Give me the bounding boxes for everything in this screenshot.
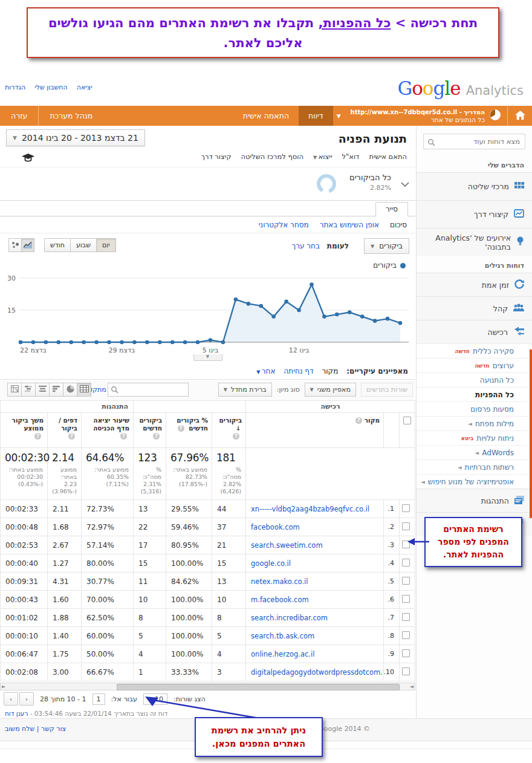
row-checkbox[interactable] (402, 667, 410, 675)
sidebar-subitem-אופטימיזציה של מנוע חיפוש[interactable]: אופטימיזציה של מנוע חיפוש◄ (417, 474, 532, 489)
source-link[interactable]: netex.mako.co.il (246, 573, 384, 591)
col-pct-new[interactable]: % ביקורים חדשים ? (166, 413, 212, 448)
nav-help[interactable]: עזרה (0, 106, 38, 126)
view-button-table-icon[interactable] (77, 383, 91, 397)
segment-all-visits[interactable]: כל הביקורים 2.82% (349, 173, 391, 192)
subtab-מסחר אלקטרוני[interactable]: מסחר אלקטרוני (259, 221, 309, 229)
metric-selector[interactable]: ביקורים▼ (364, 238, 409, 254)
sidebar-search[interactable] (423, 134, 525, 149)
chevron-down-icon[interactable] (401, 178, 409, 190)
granularity-שבוע[interactable]: שבוע (70, 238, 97, 252)
col-source[interactable]: מקור? (246, 413, 384, 448)
nav-admin[interactable]: מנהל מערכת (39, 106, 103, 126)
granularity-חודש[interactable]: חודש (44, 238, 71, 252)
view-button-performance-icon[interactable] (49, 383, 63, 397)
source-link[interactable]: xn-----vldbq2aag4bzab9eqfvc.co.il (246, 500, 384, 518)
goto-page-input[interactable]: 1 (92, 693, 105, 705)
sidebar-subitem-סקירה כללית[interactable]: סקירה כלליתחדשה (417, 343, 532, 358)
sidebar-subitem-כל ההפניות[interactable]: כל ההפניות (417, 387, 532, 401)
scroll-left-arrow-icon[interactable]: ► (2, 683, 5, 690)
col-new-visits[interactable]: ביקורים חדשים? (134, 413, 166, 448)
versus-select-link[interactable]: בחר ערך (292, 242, 320, 250)
rows-in-chart-button[interactable]: שורות בתרשים (361, 383, 413, 397)
col-checkbox[interactable] (400, 413, 415, 448)
tab-explorer[interactable]: סייר (375, 202, 408, 216)
action-4[interactable]: קיצור דרך (201, 152, 232, 161)
table-search-input[interactable] (120, 385, 188, 395)
sidebar-subitem-רשתות חברתיות[interactable]: רשתות חברתיות◄ (417, 459, 532, 474)
granularity-יום[interactable]: יום (96, 238, 116, 252)
row-checkbox[interactable] (402, 504, 410, 512)
action-2[interactable]: ייצוא ▼ (313, 152, 332, 161)
row-checkbox[interactable] (402, 613, 410, 621)
search-input[interactable] (431, 135, 521, 148)
tab-reporting[interactable]: דיווח (299, 106, 333, 126)
view-button-termcloud-icon[interactable] (35, 383, 50, 397)
horizontal-scrollbar[interactable]: ◄ ► (0, 683, 415, 690)
sidebar-subitem-מסעות פרסום[interactable]: מסעות פרסום (417, 401, 532, 416)
row-checkbox[interactable] (402, 649, 410, 657)
home-button[interactable] (508, 106, 532, 126)
action-3[interactable]: הוסף למרכז השליטה (241, 152, 303, 161)
source-link[interactable]: google.co.il (246, 554, 384, 573)
action-1[interactable]: דוא"ל (342, 152, 359, 161)
primary-dim-דף נחיתה[interactable]: דף נחיתה (284, 367, 313, 375)
primary-dim-מקור[interactable]: מקור (322, 367, 339, 375)
source-link[interactable]: online.herzog.ac.il (246, 645, 384, 663)
col-bounce[interactable]: שיעור יציאה מדף הכניסה? (82, 413, 134, 448)
source-link[interactable]: search.sweetim.com (246, 536, 384, 554)
table-search-box[interactable] (108, 383, 189, 397)
property-dropdown-caret[interactable]: ▼ (333, 106, 345, 126)
property-selector[interactable]: המדריך - http://www.xn--7dbbqer5d.co.il … (345, 106, 507, 126)
subtab-סיכום[interactable]: סיכום (390, 221, 407, 229)
sidebar-item-אירועים של 'Analytics בתבונה'[interactable]: אירועים של 'Analytics בתבונה' (417, 228, 532, 256)
date-range-selector[interactable]: 21 בדצמ 2013 - 20 בינו 2014 ▼ (6, 129, 145, 146)
row-checkbox[interactable] (402, 595, 410, 603)
scroll-right-arrow-icon[interactable]: ◄ (410, 683, 414, 690)
sidebar-subitem-AdWords[interactable]: AdWords◄ (417, 445, 532, 459)
next-page-button[interactable]: › (19, 692, 34, 706)
col-pages[interactable]: דפים / ביקור? (48, 413, 82, 448)
sort-type-button[interactable]: ברירת מחדל▼ (218, 383, 272, 397)
col-duration[interactable]: משך ביקור ממוצע? (1, 413, 48, 448)
secondary-dimension-button[interactable]: מאפיין משני▼ (305, 383, 356, 397)
col-rank[interactable] (384, 413, 400, 448)
col-visits[interactable]: ביקורים ↓? (212, 413, 246, 448)
visits-chart[interactable]: 153022 בדצמ29 בדצמ5 בינו12 בינו (0, 271, 415, 357)
sidebar-subitem-ניתוח עלויות[interactable]: ניתוח עלויותביטא (417, 430, 532, 445)
source-link[interactable]: search.incredibar.com (246, 609, 384, 627)
sidebar-item-רכישה[interactable]: רכישה (417, 320, 532, 343)
view-button-comparison-icon[interactable] (21, 383, 36, 397)
row-checkbox[interactable] (402, 631, 410, 639)
action-0[interactable]: התאם אישית (369, 152, 407, 161)
view-button-percentage-icon[interactable] (63, 383, 77, 397)
row-checkbox[interactable] (402, 559, 410, 567)
education-icon[interactable] (22, 154, 34, 164)
scrollbar-thumb[interactable] (117, 684, 400, 690)
prev-page-button[interactable]: ‹ (4, 692, 18, 706)
subtab-אופן השימוש באתר[interactable]: אופן השימוש באתר (320, 221, 379, 229)
footer-links[interactable]: צור קשר | שלח משוב (5, 725, 66, 733)
sidebar-item-קהל[interactable]: קהל (417, 296, 532, 320)
sidebar-subitem-מילות מפתח[interactable]: מילות מפתח◄ (417, 416, 532, 430)
source-link[interactable]: digitalpedagogydotwordpressdotcom.wordpr… (246, 663, 384, 681)
account-link-0[interactable]: הגדרות (5, 83, 25, 91)
select-all-checkbox[interactable] (403, 417, 411, 424)
row-checkbox[interactable] (402, 522, 410, 530)
primary-dim-אחר[interactable]: אחר ▼ (256, 367, 275, 375)
refresh-report-link[interactable]: רענן דוח (5, 710, 28, 717)
account-link-1[interactable]: החשבון שלי (34, 83, 68, 91)
sidebar-item-התנהגות[interactable]: התנהגות (417, 489, 532, 512)
motion-chart-button[interactable] (8, 238, 22, 252)
source-link[interactable]: facebook.com (246, 518, 384, 536)
view-button-pivot-icon[interactable] (7, 383, 22, 397)
sidebar-item-זמן אמת[interactable]: זמן אמת (417, 273, 532, 296)
source-link[interactable]: m.facebook.com (246, 591, 384, 609)
sidebar-subitem-כל התנועה[interactable]: כל התנועה (417, 372, 532, 387)
sidebar-item-מרכזי שליטה[interactable]: מרכזי שליטה (417, 172, 532, 200)
line-chart-button[interactable] (21, 238, 34, 252)
row-checkbox[interactable] (402, 577, 410, 585)
sidebar-subitem-ערוצים[interactable]: ערוציםחדשה (417, 358, 532, 372)
account-link-2[interactable]: יציאה (77, 83, 92, 91)
tab-customization[interactable]: התאמה אישית (233, 106, 299, 126)
